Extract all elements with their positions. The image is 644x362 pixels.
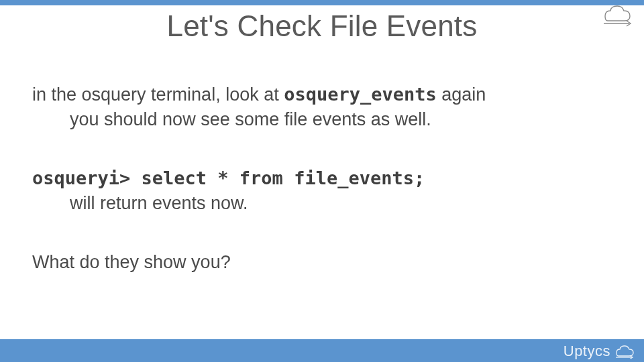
intro-subline: you should now see some file events as w… — [70, 108, 612, 131]
intro-text-pre: in the osquery terminal, look at — [32, 84, 284, 105]
bottom-accent-bar — [0, 339, 644, 362]
question-line: What do they show you? — [32, 251, 612, 274]
question-text: What do they show you? — [32, 252, 231, 272]
command-line: osqueryi> select * from file_events; — [32, 167, 612, 190]
brand-name: Uptycs — [564, 343, 610, 360]
top-accent-bar — [0, 0, 644, 5]
slide-body: in the osquery terminal, look at osquery… — [32, 83, 612, 274]
command-block: osqueryi> select * from file_events; wil… — [32, 167, 612, 215]
slide-title: Let's Check File Events — [0, 9, 644, 43]
intro-text-post: again — [437, 84, 486, 105]
cloud-icon — [613, 344, 635, 359]
osquery-events-keyword: osquery_events — [284, 84, 437, 105]
command-subline: will return events now. — [70, 192, 612, 215]
brand-logo: Uptycs — [564, 343, 635, 360]
intro-line: in the osquery terminal, look at osquery… — [32, 83, 612, 107]
